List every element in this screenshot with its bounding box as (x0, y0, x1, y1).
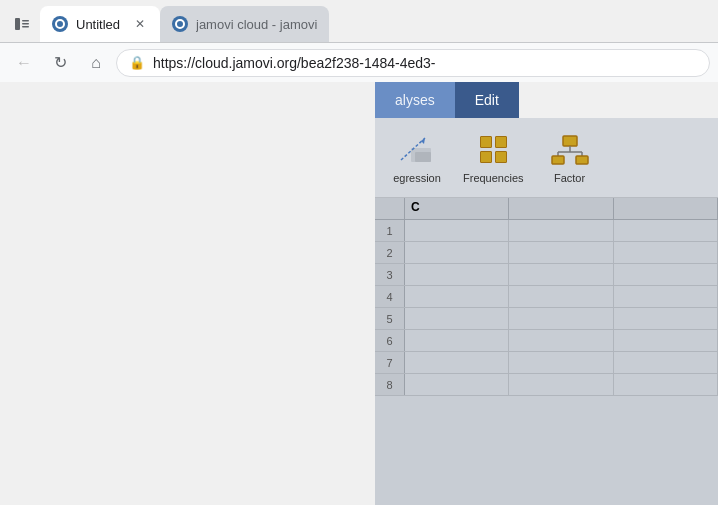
reload-button[interactable]: ↻ (44, 47, 76, 79)
table-row: 7 (375, 352, 718, 374)
svg-rect-3 (22, 26, 29, 28)
table-row: 5 (375, 308, 718, 330)
address-bar[interactable]: 🔒 https://cloud.jamovi.org/bea2f238-1484… (116, 49, 710, 77)
freq-box-1 (480, 136, 492, 148)
regression-icon (397, 132, 437, 168)
nav-bar: ← ↻ ⌂ 🔒 https://cloud.jamovi.org/bea2f23… (0, 42, 718, 82)
spreadsheet-header: C (375, 198, 718, 220)
header-cell-3[interactable] (614, 198, 718, 219)
tab-title-untitled: Untitled (76, 17, 124, 32)
tab-favicon-untitled (52, 16, 68, 32)
table-row: 1 (375, 220, 718, 242)
freq-box-3 (480, 151, 492, 163)
factor-icon (550, 132, 590, 168)
ribbon-frequencies[interactable]: Frequencies (463, 132, 524, 184)
frequencies-label: Frequencies (463, 172, 524, 184)
regression-label: egression (393, 172, 441, 184)
table-row: 3 (375, 264, 718, 286)
frequencies-icon (473, 132, 513, 168)
jamovi-app: alyses Edit eg (375, 82, 718, 505)
table-row: 8 (375, 374, 718, 396)
tab-edit-label: Edit (475, 92, 499, 108)
row-num-header (375, 198, 405, 219)
left-blank-area (0, 82, 375, 505)
svg-rect-1 (22, 20, 29, 22)
lock-icon: 🔒 (129, 55, 145, 70)
header-cell-c[interactable]: C (405, 198, 509, 219)
svg-rect-13 (552, 156, 564, 164)
tab-analyses[interactable]: alyses (375, 82, 455, 118)
tab-title-cloud: jamovi cloud - jamovi (196, 17, 317, 32)
freq-box-2 (495, 136, 507, 148)
jamovi-spreadsheet[interactable]: C 1 2 3 (375, 198, 718, 505)
ribbon-factor[interactable]: Factor (540, 132, 600, 184)
table-row: 6 (375, 330, 718, 352)
jamovi-tab-strip: alyses Edit (375, 82, 718, 118)
new-tab-area (329, 6, 718, 42)
tab-bar: Untitled ✕ jamovi cloud - jamovi (0, 0, 718, 42)
tab-untitled[interactable]: Untitled ✕ (40, 6, 160, 42)
ribbon-regression[interactable]: egression (387, 132, 447, 184)
svg-rect-5 (415, 152, 431, 162)
svg-rect-0 (15, 18, 20, 30)
jamovi-ribbon: egression Frequencies (375, 118, 718, 198)
svg-rect-8 (563, 136, 577, 146)
sidebar-toggle-button[interactable] (4, 6, 40, 42)
tab-analyses-label: alyses (395, 92, 435, 108)
svg-rect-2 (22, 23, 29, 25)
home-button[interactable]: ⌂ (80, 47, 112, 79)
tab-close-untitled[interactable]: ✕ (132, 16, 148, 32)
svg-rect-14 (576, 156, 588, 164)
browser-chrome: Untitled ✕ jamovi cloud - jamovi ← ↻ ⌂ 🔒… (0, 0, 718, 82)
tab-favicon-cloud (172, 16, 188, 32)
back-button[interactable]: ← (8, 47, 40, 79)
table-row: 4 (375, 286, 718, 308)
freq-box-4 (495, 151, 507, 163)
factor-label: Factor (554, 172, 585, 184)
tab-edit[interactable]: Edit (455, 82, 519, 118)
table-row: 2 (375, 242, 718, 264)
address-text: https://cloud.jamovi.org/bea2f238-1484-4… (153, 55, 697, 71)
page-content: alyses Edit eg (0, 82, 718, 505)
header-cell-2[interactable] (509, 198, 613, 219)
tab-jamovi-cloud[interactable]: jamovi cloud - jamovi (160, 6, 329, 42)
